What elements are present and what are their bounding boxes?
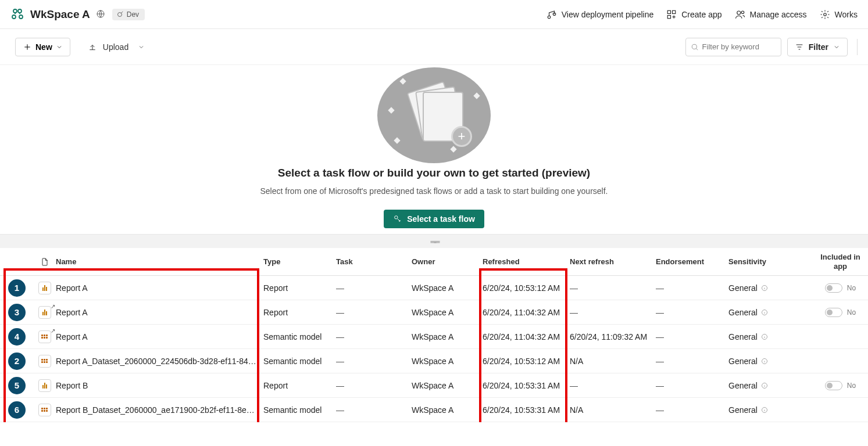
new-button-label: New: [35, 42, 52, 52]
item-name[interactable]: Report A_Dataset_2060000_224506db-3d28-e…: [56, 357, 263, 366]
item-task: —: [336, 283, 412, 293]
toolbar-divider: [857, 39, 858, 55]
item-name[interactable]: Report B_Dataset_2060000_ae171900-2b2f-e…: [56, 405, 263, 415]
semantic-model-icon: [38, 404, 51, 416]
item-included-toggle-cell[interactable]: No: [813, 381, 868, 390]
chevron-down-icon: [56, 44, 63, 51]
item-refreshed: 6/20/24, 10:53:31 AM: [483, 381, 570, 390]
svg-point-0: [13, 9, 17, 13]
chevron-down-icon: [833, 44, 840, 51]
create-app-button[interactable]: Create app: [666, 9, 721, 20]
dev-tag-label: Dev: [127, 10, 139, 19]
pane-splitter[interactable]: ══: [0, 234, 868, 248]
item-included-toggle-cell[interactable]: No: [813, 308, 868, 317]
toggle-switch[interactable]: [825, 283, 842, 293]
file-icon: [40, 257, 49, 267]
info-icon: [761, 407, 768, 413]
toggle-switch[interactable]: [825, 381, 842, 390]
item-included-toggle-cell[interactable]: No: [813, 283, 868, 293]
col-included-in-app[interactable]: Included in app: [813, 253, 868, 271]
item-sensitivity: General: [728, 332, 813, 341]
table-row[interactable]: 1Report AReport—WkSpace A6/20/24, 10:53:…: [0, 276, 868, 300]
item-endorsement: —: [656, 357, 728, 366]
item-owner: WkSpace A: [412, 332, 483, 341]
toggle-switch[interactable]: [825, 308, 842, 317]
filter-keyword-input-wrap[interactable]: [685, 38, 781, 56]
item-next-refresh: —: [570, 381, 656, 390]
info-icon: [761, 309, 768, 316]
grip-icon: ══: [431, 237, 438, 246]
table-row[interactable]: 4↗Report ASemantic model—WkSpace A6/20/2…: [0, 325, 868, 349]
view-pipeline-label: View deployment pipeline: [562, 10, 654, 19]
item-type: Semantic model: [263, 405, 336, 415]
toolbar: New Upload Filter: [0, 29, 868, 65]
table-row[interactable]: 6Report B_Dataset_2060000_ae171900-2b2f-…: [0, 398, 868, 422]
globe-icon: [96, 9, 106, 20]
workspace-settings-label: Works: [835, 10, 858, 19]
row-number-badge: 5: [8, 377, 26, 394]
col-type[interactable]: Type: [263, 257, 336, 266]
col-next-refresh[interactable]: Next refresh: [570, 257, 656, 266]
table-row[interactable]: 5Report BReport—WkSpace A6/20/24, 10:53:…: [0, 373, 868, 398]
search-icon: [691, 42, 699, 52]
info-icon: [761, 382, 768, 389]
info-icon: [761, 333, 768, 340]
dev-tag[interactable]: Dev: [112, 9, 145, 20]
new-button[interactable]: New: [15, 38, 70, 56]
item-task: —: [336, 381, 412, 390]
hero-subtitle: Select from one of Microsoft's predesign…: [0, 186, 868, 196]
svg-point-6: [548, 16, 551, 19]
item-task: —: [336, 308, 412, 317]
semantic-model-icon: [38, 355, 51, 368]
table-row[interactable]: 3↗Report AReport—WkSpace A6/20/24, 11:04…: [0, 300, 868, 325]
col-task[interactable]: Task: [336, 257, 412, 266]
svg-point-13: [823, 13, 826, 16]
report-icon: [38, 379, 51, 392]
items-grid: Name Type Task Owner Refreshed Next refr…: [0, 248, 868, 422]
col-name[interactable]: Name: [56, 257, 263, 266]
item-next-refresh: 6/20/24, 11:09:32 AM: [570, 332, 656, 341]
item-next-refresh: —: [570, 283, 656, 293]
col-endorsement[interactable]: Endorsement: [656, 257, 728, 266]
col-owner[interactable]: Owner: [412, 257, 483, 266]
plus-icon: +: [451, 126, 472, 147]
workspace-settings-button[interactable]: Works: [820, 9, 858, 20]
item-type: Report: [263, 381, 336, 390]
upload-button[interactable]: Upload: [88, 42, 145, 52]
select-task-flow-button[interactable]: Select a task flow: [384, 210, 484, 228]
workspace-title: WkSpace A: [30, 8, 90, 21]
filter-keyword-input[interactable]: [702, 42, 776, 51]
col-sensitivity[interactable]: Sensitivity: [728, 257, 813, 266]
filter-icon: [795, 42, 804, 52]
item-name[interactable]: Report B: [56, 381, 263, 390]
workspace-header: WkSpace A Dev View deployment pipeline C…: [0, 0, 868, 29]
item-task: —: [336, 332, 412, 341]
table-row[interactable]: 2Report A_Dataset_2060000_224506db-3d28-…: [0, 349, 868, 373]
col-refreshed[interactable]: Refreshed: [483, 257, 570, 266]
item-task: —: [336, 357, 412, 366]
item-next-refresh: —: [570, 308, 656, 317]
view-pipeline-button[interactable]: View deployment pipeline: [546, 9, 654, 20]
item-next-refresh: N/A: [570, 357, 656, 366]
item-name[interactable]: Report A: [56, 332, 263, 341]
workspace-icon: [10, 8, 24, 21]
hero-illustration: +: [377, 67, 491, 163]
filter-button-label: Filter: [809, 42, 828, 52]
semantic-model-icon: ↗: [38, 330, 51, 343]
item-endorsement: —: [656, 283, 728, 293]
filter-button[interactable]: Filter: [787, 38, 848, 56]
task-flow-icon: [393, 214, 402, 224]
item-next-refresh: N/A: [570, 405, 656, 415]
info-icon: [761, 358, 768, 365]
item-refreshed: 6/20/24, 11:04:32 AM: [483, 308, 570, 317]
item-name[interactable]: Report A: [56, 283, 263, 293]
upload-button-label: Upload: [103, 42, 128, 52]
topbar-actions: View deployment pipeline Create app Mana…: [546, 9, 858, 20]
item-type: Semantic model: [263, 332, 336, 341]
svg-point-14: [692, 44, 696, 49]
item-sensitivity: General: [728, 283, 813, 293]
item-type: Report: [263, 283, 336, 293]
manage-access-button[interactable]: Manage access: [735, 9, 807, 20]
item-name[interactable]: Report A: [56, 308, 263, 317]
item-owner: WkSpace A: [412, 381, 483, 390]
